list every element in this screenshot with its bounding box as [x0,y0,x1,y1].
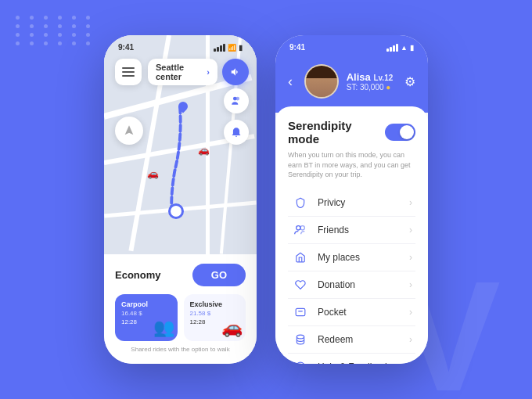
serendipity-title: Serendipity mode [288,119,385,146]
menu-item-friends[interactable]: Friends › [288,217,415,244]
svg-point-8 [297,335,304,339]
chevron-right-icon: › [409,225,412,235]
menu-item-label: Pocket [318,307,409,318]
carpool-type: Carpool [121,300,171,308]
bottom-header: Economy GO [115,264,246,286]
wifi-icon: 📶 [228,44,236,52]
pocket-icon [291,307,310,318]
origin-pin [168,203,184,219]
profile-name: Alisa Lv.12 [347,71,394,83]
chevron-right-icon: › [409,197,412,208]
menu-item-donation[interactable]: Donation › [288,271,415,299]
user-location-button[interactable] [224,88,249,113]
menu-item-label: Redeem [318,334,409,345]
menu-item-label: Friends [318,225,409,235]
profile-info: Alisa Lv.12 ST: 30,000 ● [304,64,394,99]
right-time: 9:41 [289,43,305,52]
exclusive-illustration: 🚗 [221,318,243,338]
phones-container: 9:41 📶 ▮ [104,35,428,364]
svg-rect-0 [122,67,135,69]
avatar [304,64,339,99]
right-status-bar: 9:41 ▲ ▮ [275,35,428,58]
dot-pattern [16,16,95,45]
menu-content: Serendipity mode When you turn on this m… [275,106,428,364]
menu-item-redeem[interactable]: Redeem › [288,326,415,354]
chevron-right-icon: › [409,361,412,364]
menu-list: Privicy › Friends › [288,189,415,364]
exclusive-price: 21.58 $ [190,310,240,317]
signal-icon [214,44,225,52]
menu-item-help-feedback[interactable]: Help & Feedback › [288,354,415,364]
svg-rect-2 [122,75,135,77]
bell-icon [231,127,242,138]
exclusive-type: Exclusive [190,300,240,308]
left-status-bar: 9:41 📶 ▮ [104,35,257,55]
chevron-right-icon: › [409,334,412,345]
menu-item-label: Privicy [318,197,409,208]
profile-text: Alisa Lv.12 ST: 30,000 ● [347,71,394,92]
profile-header: ‹ Alisa Lv.12 ST: 30,000 ● [275,58,428,113]
help-icon [291,361,310,364]
ride-options: Carpool 16.48 $ 12:28 👥 Exclusive 21.58 … [115,294,246,341]
map-bottom-panel: Economy GO Carpool 16.48 $ 12:28 👥 Exclu… [104,254,257,364]
svg-rect-1 [122,71,135,73]
privicy-icon [291,197,310,208]
left-phone: 9:41 📶 ▮ [104,35,257,364]
left-time: 9:41 [118,43,134,52]
sound-wave-icon [230,66,241,77]
avatar-face [306,66,337,97]
exclusive-card[interactable]: Exclusive 21.58 $ 12:28 🚗 [184,294,246,341]
location-text: Seattle center [156,63,203,81]
navigation-arrow-button[interactable] [115,117,143,145]
signal-icon [386,44,398,52]
my-places-icon [291,252,310,263]
donation-icon [291,279,310,290]
battery-icon: ▮ [410,44,414,52]
arrow-icon [123,124,135,137]
left-status-icons: 📶 ▮ [214,44,243,52]
carpool-illustration: 👥 [153,318,174,338]
redeem-icon [291,334,310,345]
svg-point-4 [235,97,239,101]
svg-rect-7 [296,308,305,315]
map-area: Seattle center › 🚗 🚗 🚗 [104,35,257,254]
friends-icon [291,225,310,235]
right-phone: 9:41 ▲ ▮ ‹ [275,35,428,364]
serendipity-toggle[interactable] [385,124,415,141]
map-sound-button[interactable] [222,59,249,85]
serendipity-description: When you turn on this mode, you can earn… [288,150,415,180]
car-marker: 🚗 [198,145,210,156]
map-menu-button[interactable] [115,59,142,85]
notification-button[interactable] [224,120,249,145]
profile-st: ST: 30,000 ● [347,83,394,92]
chevron-right-icon: › [409,252,412,263]
menu-item-label: Donation [318,279,409,290]
chevron-right-icon: › [409,307,412,318]
toggle-knob [400,125,414,139]
svg-point-6 [300,225,304,229]
menu-item-pocket[interactable]: Pocket › [288,299,415,326]
group-icon [231,95,242,106]
settings-button[interactable]: ⚙ [404,74,415,89]
wifi-icon: ▲ [401,44,408,52]
serendipity-row: Serendipity mode [288,119,415,146]
chevron-right-icon: › [409,279,412,290]
svg-point-9 [296,362,305,364]
menu-item-privicy[interactable]: Privicy › [288,189,415,217]
back-button[interactable]: ‹ [288,74,293,90]
svg-point-5 [297,225,300,229]
menu-icon [122,67,135,77]
map-location-bar[interactable]: Seattle center › [148,59,217,85]
car-marker: 🚗 [147,168,159,179]
carpool-card[interactable]: Carpool 16.48 $ 12:28 👥 [115,294,178,341]
menu-item-label: My places [318,252,409,263]
menu-item-my-places[interactable]: My places › [288,244,415,271]
destination-pin [178,102,188,111]
battery-icon: ▮ [239,44,243,52]
carpool-price: 16.48 $ [121,310,171,317]
shared-text: Shared rides with the option to walk [115,346,246,353]
economy-label: Economy [115,269,161,281]
go-button[interactable]: GO [192,264,246,286]
map-right-controls [224,88,249,145]
right-status-icons: ▲ ▮ [386,44,414,52]
